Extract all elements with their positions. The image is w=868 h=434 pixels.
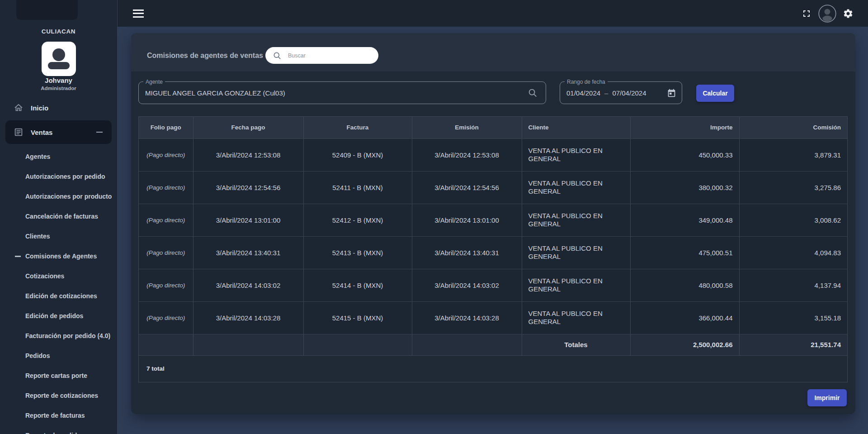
sidebar-item-reporte-cartas-porte[interactable]: Reporte cartas porte <box>0 366 117 386</box>
totals-empty <box>139 334 193 355</box>
cell-folio: (Pago directo) <box>139 269 193 301</box>
sidebar-item-cotizaciones[interactable]: Cotizaciones <box>0 266 117 286</box>
sidebar-item-pedidos[interactable]: Pedidos <box>0 346 117 366</box>
cell-cliente: VENTA AL PUBLICO EN GENERAL <box>522 171 630 204</box>
cell-fecha-pago: 3/Abril/2024 14:03:28 <box>193 301 303 334</box>
sidebar-item-agentes[interactable]: Agentes <box>0 147 117 167</box>
table-footer: 7 total <box>139 356 847 382</box>
cell-emision: 3/Abril/2024 12:53:08 <box>412 138 522 171</box>
sidebar-item-reporte-cotizaciones[interactable]: Reporte de cotizaciones <box>0 386 117 405</box>
sidebar-item-ventas[interactable]: Ventas <box>5 120 112 144</box>
cell-cliente: VENTA AL PUBLICO EN GENERAL <box>522 301 630 334</box>
row-count: 7 total <box>146 365 165 372</box>
sidebar-item-facturacion-pedido[interactable]: Facturación por pedido (4.0) <box>0 326 117 346</box>
totals-importe: 2,500,002.66 <box>630 334 739 355</box>
column-header-folio-pago: Folio pago <box>139 117 193 138</box>
person-icon <box>42 42 76 76</box>
calendar-icon[interactable] <box>667 88 676 98</box>
search-icon <box>528 88 538 98</box>
cell-cliente: VENTA AL PUBLICO EN GENERAL <box>522 138 630 171</box>
column-header-emision: Emisión <box>412 117 522 138</box>
totals-comision: 21,551.74 <box>739 334 847 355</box>
search-input[interactable] <box>288 52 360 59</box>
sidebar-item-label: Ventas <box>31 129 52 136</box>
main-column: Comisiones de agentes de ventas Agente M… <box>118 0 868 434</box>
agente-field[interactable]: Agente MIGUEL ANGEL GARCIA GONZALEZ (Cul… <box>138 81 546 104</box>
sidebar-item-inicio[interactable]: Inicio <box>0 98 117 118</box>
brand-logo <box>16 0 78 20</box>
cell-comision: 3,275.86 <box>739 171 847 204</box>
cell-fecha-pago: 3/Abril/2024 13:01:00 <box>193 204 303 236</box>
rango-fecha-label: Rango de fecha <box>565 79 608 85</box>
fullscreen-button[interactable] <box>801 8 812 19</box>
totals-label: Totales <box>522 334 630 355</box>
cell-fecha-pago: 3/Abril/2024 13:40:31 <box>193 236 303 269</box>
sidebar-item-cancelacion-facturas[interactable]: Cancelación de facturas <box>0 206 117 226</box>
cell-emision: 3/Abril/2024 14:03:28 <box>412 301 522 334</box>
table-row: (Pago directo) 3/Abril/2024 13:01:00 524… <box>139 204 847 236</box>
cell-emision: 3/Abril/2024 13:01:00 <box>412 204 522 236</box>
table-row: (Pago directo) 3/Abril/2024 14:03:28 524… <box>139 301 847 334</box>
selected-dash-icon <box>15 256 21 257</box>
cell-importe: 450,000.33 <box>630 138 739 171</box>
quick-search <box>265 47 378 64</box>
sidebar-item-autorizaciones-producto[interactable]: Autorizaciones por producto <box>0 186 117 206</box>
cell-comision: 4,094.83 <box>739 236 847 269</box>
cell-factura: 52415 - B (MXN) <box>303 301 412 334</box>
cell-comision: 3,008.62 <box>739 204 847 236</box>
table-header-row: Folio pago Fecha pago Factura Emisión Cl… <box>139 117 847 138</box>
commissions-table: Folio pago Fecha pago Factura Emisión Cl… <box>139 117 847 356</box>
home-icon <box>14 103 24 113</box>
cell-cliente: VENTA AL PUBLICO EN GENERAL <box>522 236 630 269</box>
agente-field-label: Agente <box>143 79 165 85</box>
cell-folio: (Pago directo) <box>139 171 193 204</box>
account-button[interactable] <box>818 5 836 23</box>
cell-emision: 3/Abril/2024 14:03:02 <box>412 269 522 301</box>
cell-folio: (Pago directo) <box>139 301 193 334</box>
menu-toggle-button[interactable] <box>133 10 144 18</box>
sidebar-item-reporte-facturas[interactable]: Reporte de facturas <box>0 405 117 425</box>
sidebar: CULIACAN Johvany Administrador Inicio Ve… <box>0 0 118 434</box>
table-row: (Pago directo) 3/Abril/2024 12:54:56 524… <box>139 171 847 204</box>
cell-folio: (Pago directo) <box>139 138 193 171</box>
column-header-importe: Importe <box>630 117 739 138</box>
sidebar-item-comisiones-agentes[interactable]: Comisiones de Agentes <box>0 246 117 266</box>
agente-field-value: MIGUEL ANGEL GARCIA GONZALEZ (Cul03) <box>145 89 285 97</box>
topbar <box>118 0 868 27</box>
settings-gear-icon <box>843 8 854 19</box>
cell-importe: 349,000.48 <box>630 204 739 236</box>
cell-importe: 380,000.32 <box>630 171 739 204</box>
sidebar-item-clientes[interactable]: Clientes <box>0 226 117 246</box>
cell-factura: 52413 - B (MXN) <box>303 236 412 269</box>
table-row: (Pago directo) 3/Abril/2024 13:40:31 524… <box>139 236 847 269</box>
sidebar-item-reporte-pedidos[interactable]: Reporte de pedidos <box>0 425 117 434</box>
cell-importe: 475,000.51 <box>630 236 739 269</box>
cell-importe: 480,000.58 <box>630 269 739 301</box>
totals-empty <box>412 334 522 355</box>
cell-comision: 3,879.31 <box>739 138 847 171</box>
sidebar-item-edicion-pedidos[interactable]: Edición de pedidos <box>0 306 117 326</box>
fullscreen-icon <box>801 8 812 19</box>
cell-comision: 3,155.18 <box>739 301 847 334</box>
totals-empty <box>193 334 303 355</box>
date-end[interactable]: 07/04/2024 <box>612 89 646 97</box>
cell-fecha-pago: 3/Abril/2024 12:53:08 <box>193 138 303 171</box>
column-header-factura: Factura <box>303 117 412 138</box>
date-start[interactable]: 01/04/2024 <box>566 89 600 97</box>
app-root: CULIACAN Johvany Administrador Inicio Ve… <box>0 0 868 434</box>
settings-button[interactable] <box>843 8 854 19</box>
totals-row: Totales 2,500,002.66 21,551.74 <box>139 334 847 355</box>
calcular-button[interactable]: Calcular <box>696 85 734 102</box>
sidebar-item-autorizaciones-pedido[interactable]: Autorizaciones por pedido <box>0 167 117 186</box>
date-separator: – <box>604 89 608 97</box>
collapse-minus-icon <box>96 132 103 133</box>
imprimir-button[interactable]: Imprimir <box>807 389 847 406</box>
user-name: Johvany <box>0 76 117 84</box>
table-row: (Pago directo) 3/Abril/2024 12:53:08 524… <box>139 138 847 171</box>
cell-fecha-pago: 3/Abril/2024 14:03:02 <box>193 269 303 301</box>
sidebar-item-label: Inicio <box>31 104 48 112</box>
column-header-cliente: Cliente <box>522 117 630 138</box>
page-title: Comisiones de agentes de ventas <box>147 52 263 60</box>
rango-fecha-field[interactable]: Rango de fecha 01/04/2024 – 07/04/2024 <box>560 81 682 104</box>
sidebar-item-edicion-cotizaciones[interactable]: Edición de cotizaciones <box>0 286 117 306</box>
